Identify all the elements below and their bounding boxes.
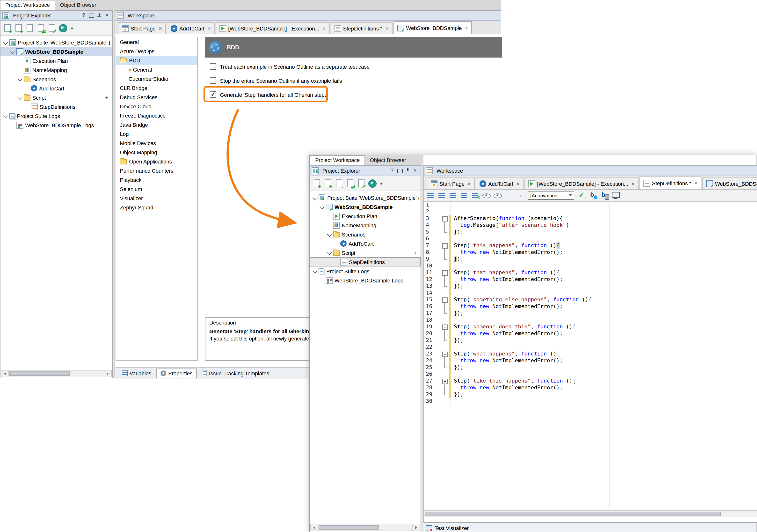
tree-item-project-suite-webstore-bddsample-1-p[interactable]: Project Suite 'WebStore_BDDSample' (1 p bbox=[0, 38, 112, 47]
option-treat-each-example-in-scenario-outline-as-a-separate-test-case[interactable]: Treat each example in Scenario Outline a… bbox=[205, 59, 495, 74]
export-project-icon[interactable] bbox=[334, 178, 344, 188]
settings-item-playback[interactable]: Playback bbox=[116, 175, 197, 184]
add-project-suite-icon[interactable] bbox=[312, 178, 321, 188]
tree-item-namemapping[interactable]: NameMapping bbox=[310, 221, 421, 230]
expander-icon[interactable] bbox=[312, 268, 318, 274]
tree-item-project-suite-logs[interactable]: Project Suite Logs bbox=[310, 266, 421, 276]
bottom-tab-issue-tracking-templates[interactable]: Issue-Tracking Templates bbox=[198, 368, 273, 378]
close-tab-icon[interactable]: × bbox=[321, 25, 325, 32]
float-window-button[interactable] bbox=[88, 12, 95, 19]
tree-item-execution-plan[interactable]: Execution Plan bbox=[310, 211, 421, 221]
tree-item-webstore-bddsample-logs[interactable]: WebStore_BDDSample Logs bbox=[0, 120, 112, 130]
tree-item-scenarios[interactable]: Scenarios bbox=[310, 230, 421, 239]
doc-tab-webstore-bddsample[interactable]: WebStore_BDDSample× bbox=[393, 21, 472, 34]
expander-icon[interactable] bbox=[312, 195, 318, 201]
bottom-tab-variables[interactable]: Variables bbox=[118, 368, 155, 378]
sort-lines-icon[interactable] bbox=[470, 191, 480, 200]
add-project-suite-icon[interactable] bbox=[2, 23, 12, 33]
fold-toggle-icon[interactable] bbox=[440, 269, 449, 276]
checkbox[interactable] bbox=[210, 63, 216, 70]
scroll-right-button[interactable] bbox=[104, 370, 111, 377]
settings-item-java-bridge[interactable]: Java Bridge bbox=[116, 120, 197, 129]
settings-item-general[interactable]: General bbox=[116, 37, 197, 47]
settings-item-freeze-diagnostics[interactable]: Freeze Diagnostics bbox=[116, 111, 197, 120]
settings-item-visualizer[interactable]: Visualizer bbox=[116, 194, 197, 203]
tree-item-webstore-bddsample-logs[interactable]: WebStore_BDDSample Logs bbox=[310, 276, 421, 285]
bottom-tab-properties[interactable]: Properties bbox=[156, 368, 197, 378]
fold-toggle-icon[interactable] bbox=[440, 215, 449, 222]
doc-tab-stepdefinitions[interactable]: StepDefinitions *× bbox=[639, 176, 701, 189]
fold-toggle-icon[interactable] bbox=[440, 378, 449, 385]
browser-set-icon[interactable] bbox=[589, 191, 598, 200]
settings-item-performance-counters[interactable]: Performance Counters bbox=[116, 166, 197, 175]
help-button[interactable]: ? bbox=[80, 12, 87, 19]
tree-item-stepdefinitions[interactable]: StepDefinitions bbox=[0, 102, 112, 111]
expander-icon[interactable] bbox=[17, 95, 23, 100]
fold-toggle-icon[interactable] bbox=[440, 242, 449, 249]
panel-splitter[interactable] bbox=[113, 10, 114, 378]
fold-toggle-icon[interactable] bbox=[440, 297, 449, 303]
navigate-forward-icon[interactable] bbox=[515, 191, 525, 200]
align-left-icon[interactable] bbox=[437, 191, 447, 200]
doc-tab-start-page[interactable]: Start Page× bbox=[427, 177, 475, 189]
close-tab-icon[interactable]: × bbox=[384, 25, 389, 32]
explorer-horizontal-scrollbar[interactable] bbox=[310, 524, 420, 531]
option-stop-the-entire-scenario-outline-if-any-example-fails[interactable]: Stop the entire Scenario Outline if any … bbox=[205, 74, 495, 87]
tree-item-project-suite-logs[interactable]: Project Suite Logs bbox=[0, 111, 112, 120]
settings-item-cucumberstudio[interactable]: CucumberStudio bbox=[116, 74, 197, 83]
show-devices-icon[interactable] bbox=[611, 191, 621, 200]
workspace-tab-project-workspace[interactable]: Project Workspace bbox=[310, 155, 365, 165]
auto-hide-pin-button[interactable] bbox=[96, 12, 103, 19]
tree-item-webstore-bddsample[interactable]: WebStore_BDDSample bbox=[0, 47, 112, 56]
float-window-button[interactable] bbox=[396, 167, 403, 174]
settings-item-general[interactable]: »General bbox=[116, 65, 197, 74]
close-panel-button[interactable]: × bbox=[104, 12, 110, 19]
fold-toggle-icon[interactable] bbox=[440, 351, 449, 358]
run-gear-icon[interactable] bbox=[58, 23, 68, 33]
hide-details-icon[interactable] bbox=[481, 191, 491, 200]
doc-tab-start-page[interactable]: Start Page× bbox=[118, 22, 166, 34]
expander-icon[interactable] bbox=[319, 204, 325, 210]
test-visualizer-bar[interactable]: Test Visualizer bbox=[423, 523, 757, 532]
import-project-icon[interactable] bbox=[47, 23, 57, 33]
tree-item-execution-plan[interactable]: Execution Plan bbox=[0, 56, 112, 65]
tree-item-addtocart[interactable]: AddToCart bbox=[310, 239, 421, 248]
tree-item-namemapping[interactable]: NameMapping bbox=[0, 65, 112, 75]
export-project-icon[interactable] bbox=[25, 23, 34, 33]
close-panel-button[interactable]: × bbox=[412, 167, 419, 174]
doc-tab-stepdefinitions[interactable]: StepDefinitions *× bbox=[330, 22, 393, 34]
expander-icon[interactable] bbox=[326, 232, 332, 237]
settings-item-open-applications[interactable]: Open Applications bbox=[116, 157, 197, 166]
tree-item-script[interactable]: Script+ bbox=[0, 93, 112, 102]
add-item-button[interactable]: + bbox=[103, 95, 110, 100]
scroll-right-button[interactable] bbox=[412, 524, 420, 531]
panel-splitter[interactable] bbox=[421, 165, 423, 532]
scrollbar-thumb[interactable] bbox=[425, 512, 721, 516]
scroll-left-button[interactable] bbox=[311, 524, 318, 531]
workspace-tab-object-browser[interactable]: Object Browser bbox=[365, 156, 411, 165]
doc-tab-webstore-bddsample-execution[interactable]: [WebStore_BDDSample] - Execution...× bbox=[216, 22, 329, 34]
show-details-icon[interactable] bbox=[493, 191, 502, 200]
tree-item-addtocart[interactable]: AddToCart bbox=[0, 84, 112, 93]
settings-item-log[interactable]: Log bbox=[116, 129, 197, 138]
add-item-button[interactable]: + bbox=[411, 250, 419, 256]
navigate-back-icon[interactable] bbox=[504, 191, 513, 200]
expander-icon[interactable] bbox=[2, 113, 8, 119]
workspace-tab-project-workspace[interactable]: Project Workspace bbox=[0, 0, 55, 10]
settings-item-zephyr-squad[interactable]: Zephyr Squad bbox=[116, 203, 197, 212]
close-tab-icon[interactable]: × bbox=[693, 180, 698, 186]
scope-dropdown[interactable]: [Anonymous] bbox=[528, 191, 574, 200]
expander-icon[interactable] bbox=[10, 48, 15, 54]
scrollbar-thumb[interactable] bbox=[9, 371, 70, 376]
doc-tab-webstore-bddsample[interactable]: WebStore_BDDSample× bbox=[702, 177, 757, 189]
settings-item-clr-bridge[interactable]: CLR Bridge bbox=[116, 83, 197, 92]
doc-tab-addtocart[interactable]: AddToCart× bbox=[476, 177, 524, 189]
refresh-project-icon[interactable] bbox=[36, 23, 45, 33]
tree-item-scenarios[interactable]: Scenarios bbox=[0, 75, 112, 84]
close-tab-icon[interactable]: × bbox=[515, 180, 520, 187]
explorer-horizontal-scrollbar[interactable] bbox=[1, 370, 112, 377]
doc-tab-addtocart[interactable]: AddToCart× bbox=[167, 22, 215, 34]
align-right-icon[interactable] bbox=[459, 191, 469, 200]
toolbar-dropdown-icon[interactable] bbox=[378, 178, 384, 188]
browser-device-icon[interactable] bbox=[600, 191, 610, 200]
